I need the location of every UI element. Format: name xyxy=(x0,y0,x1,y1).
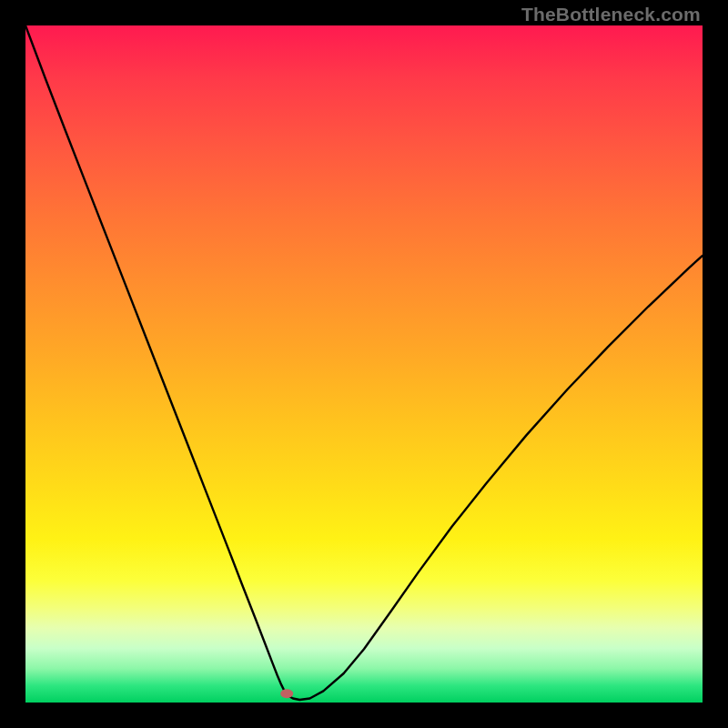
current-point-marker xyxy=(280,689,293,698)
chart-stage: TheBottleneck.com xyxy=(0,0,728,728)
watermark-text: TheBottleneck.com xyxy=(521,4,701,25)
bottleneck-curve-svg xyxy=(25,25,703,703)
bottleneck-curve xyxy=(25,25,703,700)
plot-area xyxy=(25,25,703,703)
